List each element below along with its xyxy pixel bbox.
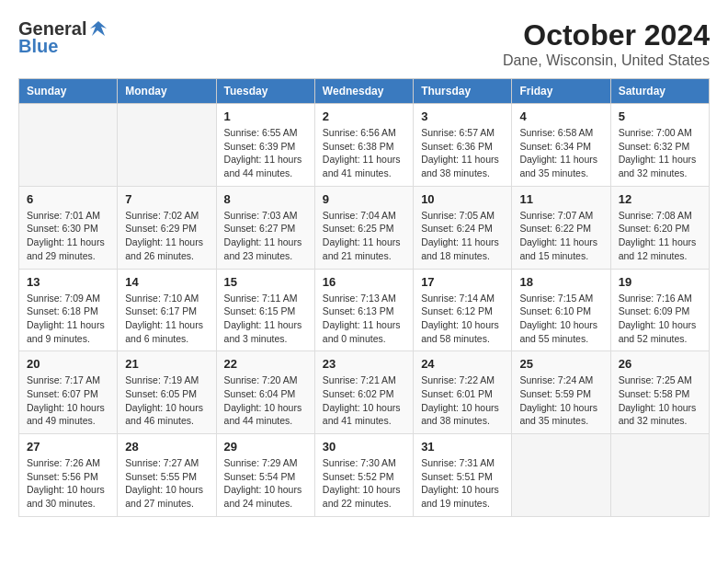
location-text: Dane, Wisconsin, United States bbox=[503, 52, 710, 69]
day-number: 27 bbox=[27, 440, 109, 454]
calendar-cell: 7Sunrise: 7:02 AM Sunset: 6:29 PM Daylig… bbox=[118, 186, 216, 269]
day-info: Sunrise: 6:57 AM Sunset: 6:36 PM Dayligh… bbox=[421, 126, 504, 180]
weekday-header-row: SundayMondayTuesdayWednesdayThursdayFrid… bbox=[19, 79, 710, 104]
calendar-cell bbox=[512, 434, 610, 517]
calendar-cell: 20Sunrise: 7:17 AM Sunset: 6:07 PM Dayli… bbox=[19, 351, 118, 434]
calendar-header: SundayMondayTuesdayWednesdayThursdayFrid… bbox=[19, 79, 710, 104]
calendar-cell: 5Sunrise: 7:00 AM Sunset: 6:32 PM Daylig… bbox=[610, 104, 709, 187]
calendar-week-row: 13Sunrise: 7:09 AM Sunset: 6:18 PM Dayli… bbox=[19, 269, 710, 351]
day-info: Sunrise: 6:55 AM Sunset: 6:39 PM Dayligh… bbox=[224, 126, 307, 180]
day-number: 24 bbox=[421, 357, 504, 371]
day-info: Sunrise: 7:20 AM Sunset: 6:04 PM Dayligh… bbox=[224, 373, 307, 428]
day-info: Sunrise: 7:04 AM Sunset: 6:25 PM Dayligh… bbox=[323, 209, 405, 263]
svg-marker-0 bbox=[90, 21, 107, 36]
day-number: 28 bbox=[125, 440, 208, 454]
weekday-header-tuesday: Tuesday bbox=[216, 79, 314, 104]
day-number: 5 bbox=[619, 109, 701, 123]
weekday-header-friday: Friday bbox=[512, 79, 610, 104]
day-info: Sunrise: 6:58 AM Sunset: 6:34 PM Dayligh… bbox=[519, 126, 602, 180]
day-number: 21 bbox=[125, 357, 208, 371]
calendar-cell: 6Sunrise: 7:01 AM Sunset: 6:30 PM Daylig… bbox=[19, 186, 118, 269]
day-info: Sunrise: 7:24 AM Sunset: 5:59 PM Dayligh… bbox=[519, 373, 602, 428]
day-number: 6 bbox=[27, 192, 109, 206]
day-number: 31 bbox=[421, 440, 504, 454]
day-info: Sunrise: 7:21 AM Sunset: 6:02 PM Dayligh… bbox=[323, 373, 405, 428]
day-info: Sunrise: 7:13 AM Sunset: 6:13 PM Dayligh… bbox=[323, 292, 405, 346]
day-info: Sunrise: 6:56 AM Sunset: 6:38 PM Dayligh… bbox=[323, 126, 405, 180]
weekday-header-thursday: Thursday bbox=[414, 79, 512, 104]
day-number: 1 bbox=[224, 109, 307, 123]
calendar-cell: 26Sunrise: 7:25 AM Sunset: 5:58 PM Dayli… bbox=[610, 351, 709, 434]
day-number: 25 bbox=[519, 357, 602, 371]
calendar-cell: 10Sunrise: 7:05 AM Sunset: 6:24 PM Dayli… bbox=[414, 186, 512, 269]
day-info: Sunrise: 7:16 AM Sunset: 6:09 PM Dayligh… bbox=[619, 292, 701, 346]
page-header: General Blue October 2024 Dane, Wisconsi… bbox=[18, 18, 710, 69]
calendar-cell: 2Sunrise: 6:56 AM Sunset: 6:38 PM Daylig… bbox=[314, 104, 413, 187]
weekday-header-monday: Monday bbox=[118, 79, 216, 104]
calendar-cell: 4Sunrise: 6:58 AM Sunset: 6:34 PM Daylig… bbox=[512, 104, 610, 187]
day-info: Sunrise: 7:05 AM Sunset: 6:24 PM Dayligh… bbox=[421, 209, 504, 263]
day-number: 9 bbox=[323, 192, 405, 206]
weekday-header-sunday: Sunday bbox=[19, 79, 118, 104]
calendar-cell: 21Sunrise: 7:19 AM Sunset: 6:05 PM Dayli… bbox=[118, 351, 216, 434]
day-info: Sunrise: 7:26 AM Sunset: 5:56 PM Dayligh… bbox=[27, 456, 109, 511]
day-number: 13 bbox=[27, 275, 109, 289]
day-info: Sunrise: 7:30 AM Sunset: 5:52 PM Dayligh… bbox=[323, 456, 405, 511]
day-number: 20 bbox=[27, 357, 109, 371]
day-number: 14 bbox=[125, 275, 208, 289]
day-number: 8 bbox=[224, 192, 307, 206]
calendar-week-row: 20Sunrise: 7:17 AM Sunset: 6:07 PM Dayli… bbox=[19, 351, 710, 434]
day-info: Sunrise: 7:27 AM Sunset: 5:55 PM Dayligh… bbox=[125, 456, 208, 511]
day-number: 16 bbox=[323, 275, 405, 289]
day-info: Sunrise: 7:02 AM Sunset: 6:29 PM Dayligh… bbox=[125, 209, 208, 263]
day-info: Sunrise: 7:31 AM Sunset: 5:51 PM Dayligh… bbox=[421, 456, 504, 511]
day-info: Sunrise: 7:22 AM Sunset: 6:01 PM Dayligh… bbox=[421, 373, 504, 428]
day-number: 30 bbox=[323, 440, 405, 454]
day-number: 23 bbox=[323, 357, 405, 371]
day-number: 2 bbox=[323, 109, 405, 123]
day-info: Sunrise: 7:01 AM Sunset: 6:30 PM Dayligh… bbox=[27, 209, 109, 263]
calendar-cell: 22Sunrise: 7:20 AM Sunset: 6:04 PM Dayli… bbox=[216, 351, 314, 434]
calendar-week-row: 6Sunrise: 7:01 AM Sunset: 6:30 PM Daylig… bbox=[19, 186, 710, 269]
day-info: Sunrise: 7:08 AM Sunset: 6:20 PM Dayligh… bbox=[619, 209, 701, 263]
day-info: Sunrise: 7:03 AM Sunset: 6:27 PM Dayligh… bbox=[224, 209, 307, 263]
calendar-cell: 28Sunrise: 7:27 AM Sunset: 5:55 PM Dayli… bbox=[118, 434, 216, 517]
calendar-cell: 19Sunrise: 7:16 AM Sunset: 6:09 PM Dayli… bbox=[610, 269, 709, 351]
calendar-cell: 11Sunrise: 7:07 AM Sunset: 6:22 PM Dayli… bbox=[512, 186, 610, 269]
day-info: Sunrise: 7:19 AM Sunset: 6:05 PM Dayligh… bbox=[125, 373, 208, 428]
calendar-week-row: 27Sunrise: 7:26 AM Sunset: 5:56 PM Dayli… bbox=[19, 434, 710, 517]
month-title: October 2024 bbox=[503, 18, 710, 52]
day-number: 29 bbox=[224, 440, 307, 454]
day-number: 7 bbox=[125, 192, 208, 206]
day-number: 11 bbox=[519, 192, 602, 206]
title-section: October 2024 Dane, Wisconsin, United Sta… bbox=[503, 18, 710, 69]
calendar-cell: 25Sunrise: 7:24 AM Sunset: 5:59 PM Dayli… bbox=[512, 351, 610, 434]
day-number: 22 bbox=[224, 357, 307, 371]
day-number: 19 bbox=[619, 275, 701, 289]
day-info: Sunrise: 7:15 AM Sunset: 6:10 PM Dayligh… bbox=[519, 292, 602, 346]
day-number: 4 bbox=[519, 109, 602, 123]
calendar-cell bbox=[118, 104, 216, 187]
day-info: Sunrise: 7:29 AM Sunset: 5:54 PM Dayligh… bbox=[224, 456, 307, 511]
calendar-cell: 1Sunrise: 6:55 AM Sunset: 6:39 PM Daylig… bbox=[216, 104, 314, 187]
day-number: 3 bbox=[421, 109, 504, 123]
logo-bird-icon bbox=[88, 19, 108, 40]
calendar-cell bbox=[610, 434, 709, 517]
calendar-cell: 8Sunrise: 7:03 AM Sunset: 6:27 PM Daylig… bbox=[216, 186, 314, 269]
logo-blue-text: Blue bbox=[18, 36, 58, 57]
calendar-week-row: 1Sunrise: 6:55 AM Sunset: 6:39 PM Daylig… bbox=[19, 104, 710, 187]
logo: General Blue bbox=[18, 18, 108, 57]
calendar-cell bbox=[19, 104, 118, 187]
day-info: Sunrise: 7:00 AM Sunset: 6:32 PM Dayligh… bbox=[619, 126, 701, 180]
calendar-cell: 14Sunrise: 7:10 AM Sunset: 6:17 PM Dayli… bbox=[118, 269, 216, 351]
calendar-cell: 31Sunrise: 7:31 AM Sunset: 5:51 PM Dayli… bbox=[414, 434, 512, 517]
day-info: Sunrise: 7:14 AM Sunset: 6:12 PM Dayligh… bbox=[421, 292, 504, 346]
calendar-cell: 16Sunrise: 7:13 AM Sunset: 6:13 PM Dayli… bbox=[314, 269, 413, 351]
day-info: Sunrise: 7:09 AM Sunset: 6:18 PM Dayligh… bbox=[27, 292, 109, 346]
calendar-body: 1Sunrise: 6:55 AM Sunset: 6:39 PM Daylig… bbox=[19, 104, 710, 517]
calendar-cell: 3Sunrise: 6:57 AM Sunset: 6:36 PM Daylig… bbox=[414, 104, 512, 187]
day-info: Sunrise: 7:17 AM Sunset: 6:07 PM Dayligh… bbox=[27, 373, 109, 428]
day-info: Sunrise: 7:10 AM Sunset: 6:17 PM Dayligh… bbox=[125, 292, 208, 346]
calendar-table: SundayMondayTuesdayWednesdayThursdayFrid… bbox=[18, 78, 710, 517]
calendar-cell: 27Sunrise: 7:26 AM Sunset: 5:56 PM Dayli… bbox=[19, 434, 118, 517]
